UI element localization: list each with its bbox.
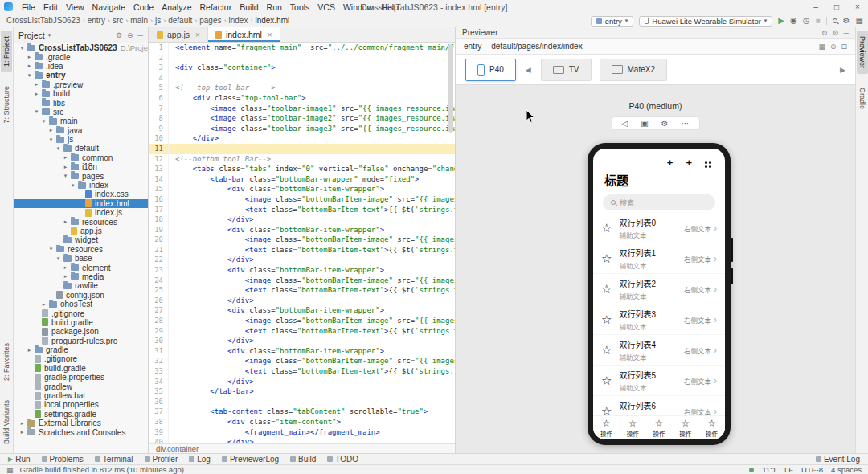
list-item[interactable]: ☆双行列表0辅助文本右侧文本› <box>593 213 725 243</box>
list-item[interactable]: ☆双行列表1辅助文本右侧文本› <box>593 243 725 274</box>
code-line-19[interactable]: 19 <div class="bottomBar-item-wrapper"> <box>149 225 455 235</box>
tool-window-button-todo[interactable]: TODO <box>327 455 358 464</box>
tree-item-preview[interactable]: ▸.preview <box>14 80 148 89</box>
device-select[interactable]: Huawei Lite Wearable Simulator ▾ <box>639 16 772 27</box>
device-tab-matex2[interactable]: MateX2 <box>600 59 667 81</box>
code-line-18[interactable]: 18 </div> <box>149 215 455 225</box>
maximize-button[interactable]: □ <box>826 0 847 14</box>
tabbar-item[interactable]: ☆操作 <box>672 416 698 439</box>
search-icon[interactable] <box>833 15 837 27</box>
code-line-20[interactable]: 20 <image class="bottomBarItem-image" sr… <box>149 235 455 245</box>
list-item[interactable]: ☆双行列表4辅助文本右侧文本› <box>593 335 725 366</box>
tree-item-gradle-properties[interactable]: gradle.properties <box>14 373 148 382</box>
tree-item-libs[interactable]: libs <box>14 98 148 107</box>
tree-expand-icon[interactable]: ▸ <box>26 63 33 69</box>
search-bar[interactable]: 搜索 <box>603 194 715 210</box>
zoom-in-icon[interactable]: ⊕ <box>830 43 837 51</box>
menu-tools[interactable]: Tools <box>286 0 314 14</box>
tool-window-button-build[interactable]: Build <box>290 455 316 464</box>
multi-window-icon[interactable]: ▣ <box>641 119 648 128</box>
tree-item-gradle[interactable]: ▸gradle <box>14 345 148 354</box>
tool-window-button-terminal[interactable]: Terminal <box>95 455 133 464</box>
tree-item-index-js[interactable]: index.js <box>14 208 148 217</box>
tool-strip-tab-7-structure[interactable]: 7: Structure <box>1 80 12 129</box>
tree-item-pages[interactable]: ▾pages <box>14 171 148 180</box>
tree-collapse-icon[interactable]: ▾ <box>33 108 40 115</box>
menu-analyze[interactable]: Analyze <box>158 0 195 14</box>
tree-item-ohostest[interactable]: ▸ohosTest <box>14 300 148 309</box>
add-icon[interactable]: + <box>667 157 674 168</box>
tree-collapse-icon[interactable]: ▾ <box>40 118 47 125</box>
settings-icon[interactable]: ⚙ <box>843 15 850 27</box>
tree-item-gitignore[interactable]: .gitignore <box>14 354 148 363</box>
tree-collapse-icon[interactable]: ▾ <box>55 145 62 152</box>
tree-collapse-icon[interactable]: ▾ <box>62 173 69 179</box>
tree-expand-icon[interactable]: ▸ <box>18 420 26 427</box>
tree-collapse-icon[interactable]: ▾ <box>18 45 26 51</box>
project-panel-title[interactable]: Project <box>18 31 45 40</box>
code-line-33[interactable]: 33 <text class="bottomBarItem-text">{{ $… <box>149 366 455 377</box>
inspections-status-icon[interactable]: ✓ <box>439 44 445 52</box>
chevron-down-icon[interactable]: ▾ <box>48 32 51 39</box>
tree-item-build[interactable]: ▸build <box>14 89 148 98</box>
breadcrumb-item-crosslisttabjs0623[interactable]: CrossListTabJS0623 <box>6 16 80 25</box>
previewer-page-path[interactable]: default/pages/index/index <box>491 42 582 51</box>
code-line-29[interactable]: 29 <text class="bottomBarItem-text">{{ $… <box>149 326 455 337</box>
code-line-32[interactable]: 32 <image class="bottomBarItem-image" sr… <box>149 356 455 366</box>
code-line-5[interactable]: 5<!-- top tool bar --> <box>149 83 455 93</box>
code-line-11[interactable]: 11 <box>149 144 455 154</box>
hide-panel-icon[interactable]: ─ <box>138 31 143 39</box>
code-line-37[interactable]: 37 <tab-content class="tabContent" scrol… <box>149 407 455 417</box>
menu-vcs[interactable]: VCS <box>313 0 339 14</box>
tree-item-entry[interactable]: ▾entry <box>14 71 148 80</box>
multi-device-icon[interactable]: ▦ <box>818 43 825 51</box>
code-line-38[interactable]: 38 <div class="item-content"> <box>149 417 455 427</box>
scroll-right-icon[interactable]: ▶ <box>840 66 845 74</box>
tree-item-gradlew-bat[interactable]: gradlew.bat <box>14 391 148 400</box>
code-line-1[interactable]: 1<element name="fragment_main" src="../.… <box>149 43 455 53</box>
breadcrumb-item-default[interactable]: default <box>168 16 192 25</box>
code-line-3[interactable]: 3<div class="container"> <box>149 63 455 73</box>
line-separator[interactable]: LF <box>784 465 793 474</box>
tabbar-item[interactable]: ☆操作 <box>620 416 646 439</box>
tree-item-build-gradle[interactable]: build.gradle <box>14 318 148 327</box>
stop-button[interactable]: ■ <box>816 15 821 27</box>
gear-icon[interactable]: ⚙ <box>661 119 669 128</box>
tree-item-app-js[interactable]: app.js <box>14 227 148 235</box>
caret-position[interactable]: 11:1 <box>762 465 776 474</box>
tree-item-crosslisttabjs0623[interactable]: ▾CrossListTabJS0623D:\Projects\Temp\Cr <box>14 43 148 52</box>
tool-strip-tab-gradle[interactable]: Gradle <box>857 82 868 115</box>
code-line-13[interactable]: 13 <tabs class="tabs" index="0" vertical… <box>149 164 455 174</box>
run-config-select[interactable]: entry ▾ <box>591 16 634 27</box>
breadcrumb-item-entry[interactable]: entry <box>88 16 105 25</box>
tree-item-rawfile[interactable]: rawfile <box>14 281 148 290</box>
code-line-31[interactable]: 31 <div class="bottomBar-item-wrapper"> <box>149 346 455 357</box>
tree-item-gradlew[interactable]: gradlew <box>14 382 148 390</box>
tree-item-src[interactable]: ▾src <box>14 108 148 116</box>
tree-expand-icon[interactable]: ▸ <box>33 91 40 97</box>
rotate-device-icon[interactable]: ◁ <box>621 119 628 128</box>
close-button[interactable]: × <box>847 0 868 14</box>
tree-expand-icon[interactable]: ▸ <box>62 219 69 225</box>
breadcrumb-item-js[interactable]: js <box>155 16 161 25</box>
tree-expand-icon[interactable]: ▸ <box>40 301 47 308</box>
menu-navigate[interactable]: Navigate <box>88 0 129 14</box>
tool-window-button-problems[interactable]: Problems <box>42 455 84 464</box>
code-line-26[interactable]: 26 </div> <box>149 296 455 306</box>
tree-item-widget[interactable]: widget <box>14 235 148 244</box>
hide-panel-icon[interactable]: ─ <box>844 29 849 37</box>
menu-build[interactable]: Build <box>235 0 262 14</box>
menu-code[interactable]: Code <box>129 0 158 14</box>
tree-item-build-gradle[interactable]: build.gradle <box>14 364 148 373</box>
device-manager-icon[interactable]: ▦ <box>856 15 863 27</box>
gear-icon[interactable]: ⚙ <box>116 31 122 39</box>
tree-expand-icon[interactable]: ▸ <box>33 81 40 88</box>
tree-expand-icon[interactable]: ▸ <box>62 264 69 271</box>
editor-tab-index-hml[interactable]: index.hml× <box>208 27 280 42</box>
fit-screen-icon[interactable]: ⊡ <box>841 43 847 51</box>
tree-item-media[interactable]: ▸media <box>14 272 148 281</box>
tree-expand-icon[interactable]: ▸ <box>62 154 69 161</box>
code-line-28[interactable]: 28 <image class="bottomBarItem-image" sr… <box>149 316 455 326</box>
tree-item-gitignore[interactable]: .gitignore <box>14 309 148 317</box>
breadcrumb-item-index-hml[interactable]: index.hml <box>255 16 289 25</box>
